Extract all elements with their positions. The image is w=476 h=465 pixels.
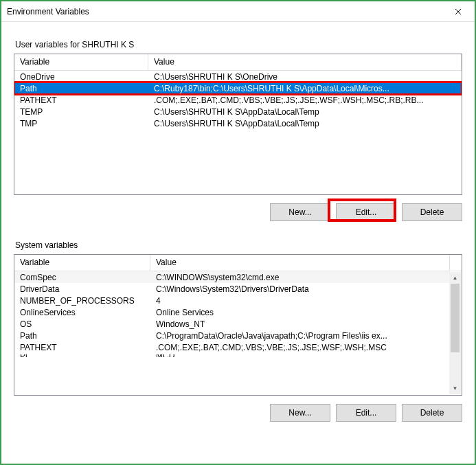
column-header-variable[interactable]: Variable [14,255,150,271]
system-button-row: New... Edit... Delete [14,404,462,422]
table-header: Variable Value [14,255,462,271]
cell-variable: Path [14,331,150,341]
system-variables-table: Variable Value ComSpec C:\WINDOWS\system… [14,254,462,396]
edit-button[interactable]: Edit... [336,203,396,221]
table-row[interactable]: TMP C:\Users\SHRUTHI K S\AppData\Local\T… [14,117,462,129]
cell-variable: PATHEXT [14,95,148,105]
scroll-thumb[interactable] [451,284,460,352]
cell-value: C:\Windows\System32\Drivers\DriverData [150,284,450,294]
table-row[interactable]: Path C:\Ruby187\bin;C:\Users\SHRUTHI K S… [14,82,462,94]
new-button[interactable]: New... [270,404,330,422]
cell-value: C:\Users\SHRUTHI K S\AppData\Local\Temp [148,119,462,128]
table-header: Variable Value [14,54,462,71]
table-row[interactable]: OnlineServices Online Services [14,306,450,318]
cell-variable: Pl [14,354,150,357]
scroll-down-arrow[interactable]: ▼ [449,383,461,394]
cell-value: C:\WINDOWS\system32\cmd.exe [150,273,450,282]
close-button[interactable] [442,1,473,22]
new-button[interactable]: New... [270,203,330,221]
cell-variable: DriverData [14,284,150,294]
cell-variable: OS [14,319,150,329]
cell-value: C:\ProgramData\Oracle\Java\javapath;C:\P… [150,331,450,341]
column-header-variable[interactable]: Variable [14,54,148,70]
delete-button[interactable]: Delete [402,203,462,221]
user-variables-label: User variables for SHRUTHI K S [15,40,462,49]
cell-variable: Path [14,84,148,93]
column-header-value[interactable]: Value [150,255,450,271]
scroll-track[interactable] [449,284,461,383]
table-row[interactable]: Pl MCD [14,353,450,359]
table-body: ComSpec C:\WINDOWS\system32\cmd.exe Driv… [14,271,450,359]
cell-value: MCD [150,354,450,357]
cell-variable: OneDrive [14,72,148,82]
titlebar: Environment Variables [1,1,475,22]
column-header-value[interactable]: Value [148,54,462,70]
user-button-row: New... Edit... Delete [14,203,462,221]
table-row[interactable]: TEMP C:\Users\SHRUTHI K S\AppData\Local\… [14,106,462,117]
table-row[interactable]: DriverData C:\Windows\System32\Drivers\D… [14,283,450,295]
scroll-up-arrow[interactable]: ▲ [449,272,461,284]
cell-value: 4 [150,296,450,306]
window-title: Environment Variables [7,7,442,16]
user-variables-table: Variable Value OneDrive C:\Users\SHRUTHI… [14,54,462,195]
cell-value: Windows_NT [150,319,450,329]
edit-button[interactable]: Edit... [336,404,396,422]
table-row[interactable]: Path C:\ProgramData\Oracle\Java\javapath… [14,330,450,341]
table-row[interactable]: OneDrive C:\Users\SHRUTHI K S\OneDrive [14,71,462,82]
close-icon [455,8,462,15]
cell-value: .COM;.EXE;.BAT;.CMD;.VBS;.VBE;.JS;.JSE;.… [150,343,450,352]
cell-variable: NUMBER_OF_PROCESSORS [14,296,150,306]
delete-button[interactable]: Delete [402,404,462,422]
cell-value: C:\Users\SHRUTHI K S\AppData\Local\Temp [148,107,462,117]
cell-value: .COM;.EXE;.BAT;.CMD;.VBS;.VBE;.JS;.JSE;.… [148,95,462,105]
table-body: OneDrive C:\Users\SHRUTHI K S\OneDrive P… [14,71,462,129]
table-row[interactable]: ComSpec C:\WINDOWS\system32\cmd.exe [14,271,450,283]
table-row[interactable]: NUMBER_OF_PROCESSORS 4 [14,295,450,306]
cell-variable: TEMP [14,107,148,117]
table-row[interactable]: OS Windows_NT [14,318,450,330]
cell-value: C:\Ruby187\bin;C:\Users\SHRUTHI K S\AppD… [148,84,462,93]
system-variables-label: System variables [15,240,462,250]
cell-variable: PATHEXT [14,343,150,352]
vertical-scrollbar[interactable]: ▲ ▼ [449,272,461,394]
cell-variable: TMP [14,119,148,128]
table-row[interactable]: PATHEXT .COM;.EXE;.BAT;.CMD;.VBS;.VBE;.J… [14,341,450,353]
cell-value: Online Services [150,308,450,317]
table-row[interactable]: PATHEXT .COM;.EXE;.BAT;.CMD;.VBS;.VBE;.J… [14,94,462,106]
cell-variable: ComSpec [14,273,150,282]
cell-variable: OnlineServices [14,308,150,317]
cell-value: C:\Users\SHRUTHI K S\OneDrive [148,72,462,82]
